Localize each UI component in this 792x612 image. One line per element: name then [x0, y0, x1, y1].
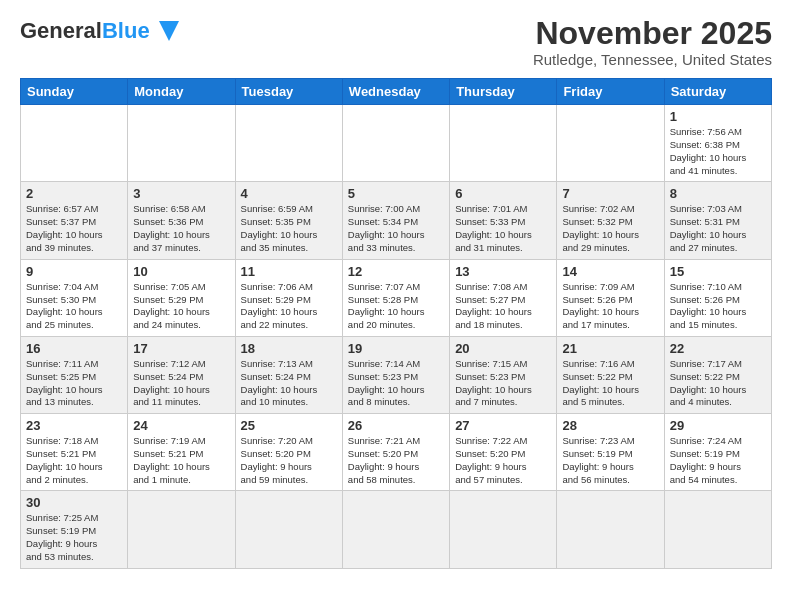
day-info: Sunrise: 7:08 AM Sunset: 5:27 PM Dayligh… [455, 281, 551, 332]
day-info: Sunrise: 7:07 AM Sunset: 5:28 PM Dayligh… [348, 281, 444, 332]
day-info: Sunrise: 7:16 AM Sunset: 5:22 PM Dayligh… [562, 358, 658, 409]
day-number: 27 [455, 418, 551, 433]
day-info: Sunrise: 6:58 AM Sunset: 5:36 PM Dayligh… [133, 203, 229, 254]
calendar-cell: 3Sunrise: 6:58 AM Sunset: 5:36 PM Daylig… [128, 182, 235, 259]
day-number: 13 [455, 264, 551, 279]
calendar-cell [664, 491, 771, 568]
svg-marker-0 [159, 21, 179, 41]
day-info: Sunrise: 7:17 AM Sunset: 5:22 PM Dayligh… [670, 358, 766, 409]
day-info: Sunrise: 7:11 AM Sunset: 5:25 PM Dayligh… [26, 358, 122, 409]
calendar-cell [557, 105, 664, 182]
calendar-cell: 8Sunrise: 7:03 AM Sunset: 5:31 PM Daylig… [664, 182, 771, 259]
day-info: Sunrise: 7:14 AM Sunset: 5:23 PM Dayligh… [348, 358, 444, 409]
day-number: 3 [133, 186, 229, 201]
day-info: Sunrise: 7:05 AM Sunset: 5:29 PM Dayligh… [133, 281, 229, 332]
calendar-cell: 12Sunrise: 7:07 AM Sunset: 5:28 PM Dayli… [342, 259, 449, 336]
calendar-cell: 18Sunrise: 7:13 AM Sunset: 5:24 PM Dayli… [235, 336, 342, 413]
calendar-cell: 19Sunrise: 7:14 AM Sunset: 5:23 PM Dayli… [342, 336, 449, 413]
col-sunday: Sunday [21, 79, 128, 105]
col-thursday: Thursday [450, 79, 557, 105]
day-number: 5 [348, 186, 444, 201]
day-number: 8 [670, 186, 766, 201]
day-number: 15 [670, 264, 766, 279]
calendar-cell [450, 491, 557, 568]
day-number: 4 [241, 186, 337, 201]
day-info: Sunrise: 7:22 AM Sunset: 5:20 PM Dayligh… [455, 435, 551, 486]
calendar: Sunday Monday Tuesday Wednesday Thursday… [20, 78, 772, 569]
location: Rutledge, Tennessee, United States [533, 51, 772, 68]
calendar-cell: 20Sunrise: 7:15 AM Sunset: 5:23 PM Dayli… [450, 336, 557, 413]
calendar-cell: 22Sunrise: 7:17 AM Sunset: 5:22 PM Dayli… [664, 336, 771, 413]
day-info: Sunrise: 7:19 AM Sunset: 5:21 PM Dayligh… [133, 435, 229, 486]
day-number: 1 [670, 109, 766, 124]
day-number: 14 [562, 264, 658, 279]
day-info: Sunrise: 7:25 AM Sunset: 5:19 PM Dayligh… [26, 512, 122, 563]
day-info: Sunrise: 7:12 AM Sunset: 5:24 PM Dayligh… [133, 358, 229, 409]
calendar-cell: 2Sunrise: 6:57 AM Sunset: 5:37 PM Daylig… [21, 182, 128, 259]
col-tuesday: Tuesday [235, 79, 342, 105]
calendar-cell: 10Sunrise: 7:05 AM Sunset: 5:29 PM Dayli… [128, 259, 235, 336]
calendar-cell: 27Sunrise: 7:22 AM Sunset: 5:20 PM Dayli… [450, 414, 557, 491]
day-info: Sunrise: 7:02 AM Sunset: 5:32 PM Dayligh… [562, 203, 658, 254]
day-info: Sunrise: 7:01 AM Sunset: 5:33 PM Dayligh… [455, 203, 551, 254]
day-info: Sunrise: 7:24 AM Sunset: 5:19 PM Dayligh… [670, 435, 766, 486]
calendar-cell [342, 105, 449, 182]
day-info: Sunrise: 6:59 AM Sunset: 5:35 PM Dayligh… [241, 203, 337, 254]
calendar-cell: 26Sunrise: 7:21 AM Sunset: 5:20 PM Dayli… [342, 414, 449, 491]
page: GeneralBlue November 2025 Rutledge, Tenn… [0, 0, 792, 585]
day-info: Sunrise: 7:23 AM Sunset: 5:19 PM Dayligh… [562, 435, 658, 486]
day-number: 7 [562, 186, 658, 201]
calendar-cell: 7Sunrise: 7:02 AM Sunset: 5:32 PM Daylig… [557, 182, 664, 259]
calendar-cell: 28Sunrise: 7:23 AM Sunset: 5:19 PM Dayli… [557, 414, 664, 491]
day-number: 17 [133, 341, 229, 356]
day-number: 21 [562, 341, 658, 356]
calendar-cell [21, 105, 128, 182]
day-number: 30 [26, 495, 122, 510]
day-number: 12 [348, 264, 444, 279]
logo-text: GeneralBlue [20, 20, 150, 42]
calendar-cell: 1Sunrise: 7:56 AM Sunset: 6:38 PM Daylig… [664, 105, 771, 182]
calendar-cell [557, 491, 664, 568]
day-info: Sunrise: 7:10 AM Sunset: 5:26 PM Dayligh… [670, 281, 766, 332]
calendar-cell: 29Sunrise: 7:24 AM Sunset: 5:19 PM Dayli… [664, 414, 771, 491]
day-number: 25 [241, 418, 337, 433]
day-number: 16 [26, 341, 122, 356]
calendar-cell [128, 105, 235, 182]
calendar-cell: 16Sunrise: 7:11 AM Sunset: 5:25 PM Dayli… [21, 336, 128, 413]
logo-icon [154, 16, 184, 46]
month-title: November 2025 [533, 16, 772, 51]
calendar-cell: 15Sunrise: 7:10 AM Sunset: 5:26 PM Dayli… [664, 259, 771, 336]
day-number: 19 [348, 341, 444, 356]
day-number: 24 [133, 418, 229, 433]
day-info: Sunrise: 7:09 AM Sunset: 5:26 PM Dayligh… [562, 281, 658, 332]
day-info: Sunrise: 7:20 AM Sunset: 5:20 PM Dayligh… [241, 435, 337, 486]
calendar-cell: 9Sunrise: 7:04 AM Sunset: 5:30 PM Daylig… [21, 259, 128, 336]
day-number: 6 [455, 186, 551, 201]
day-number: 2 [26, 186, 122, 201]
day-info: Sunrise: 7:15 AM Sunset: 5:23 PM Dayligh… [455, 358, 551, 409]
calendar-cell [128, 491, 235, 568]
day-info: Sunrise: 7:21 AM Sunset: 5:20 PM Dayligh… [348, 435, 444, 486]
calendar-week-row: 1Sunrise: 7:56 AM Sunset: 6:38 PM Daylig… [21, 105, 772, 182]
col-saturday: Saturday [664, 79, 771, 105]
day-number: 18 [241, 341, 337, 356]
calendar-cell [342, 491, 449, 568]
calendar-cell: 5Sunrise: 7:00 AM Sunset: 5:34 PM Daylig… [342, 182, 449, 259]
calendar-week-row: 9Sunrise: 7:04 AM Sunset: 5:30 PM Daylig… [21, 259, 772, 336]
calendar-cell: 14Sunrise: 7:09 AM Sunset: 5:26 PM Dayli… [557, 259, 664, 336]
calendar-cell: 11Sunrise: 7:06 AM Sunset: 5:29 PM Dayli… [235, 259, 342, 336]
calendar-cell: 6Sunrise: 7:01 AM Sunset: 5:33 PM Daylig… [450, 182, 557, 259]
logo-blue: Blue [102, 18, 150, 43]
calendar-week-row: 16Sunrise: 7:11 AM Sunset: 5:25 PM Dayli… [21, 336, 772, 413]
calendar-cell [235, 491, 342, 568]
day-info: Sunrise: 7:13 AM Sunset: 5:24 PM Dayligh… [241, 358, 337, 409]
col-wednesday: Wednesday [342, 79, 449, 105]
calendar-cell: 21Sunrise: 7:16 AM Sunset: 5:22 PM Dayli… [557, 336, 664, 413]
calendar-header-row: Sunday Monday Tuesday Wednesday Thursday… [21, 79, 772, 105]
calendar-cell: 25Sunrise: 7:20 AM Sunset: 5:20 PM Dayli… [235, 414, 342, 491]
calendar-week-row: 2Sunrise: 6:57 AM Sunset: 5:37 PM Daylig… [21, 182, 772, 259]
day-number: 22 [670, 341, 766, 356]
day-info: Sunrise: 7:03 AM Sunset: 5:31 PM Dayligh… [670, 203, 766, 254]
calendar-cell: 23Sunrise: 7:18 AM Sunset: 5:21 PM Dayli… [21, 414, 128, 491]
col-monday: Monday [128, 79, 235, 105]
